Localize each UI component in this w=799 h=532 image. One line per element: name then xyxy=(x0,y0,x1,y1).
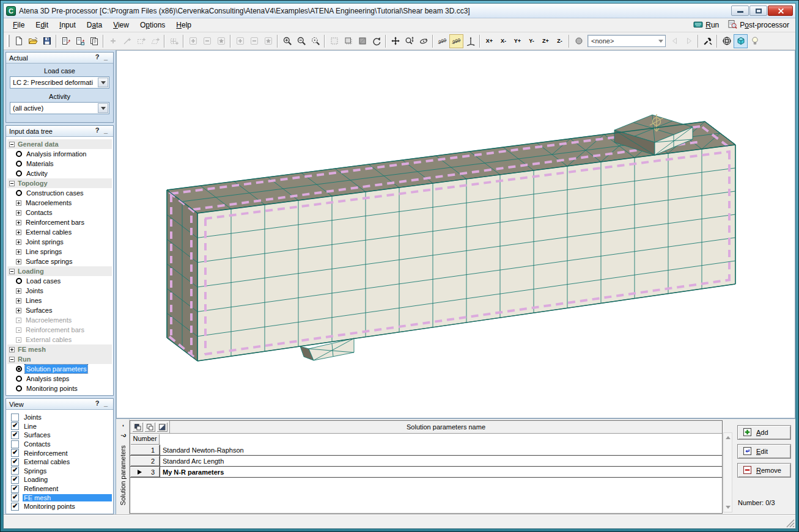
tree-item-surfaces[interactable]: Surfaces xyxy=(7,305,112,315)
view-x-minus-icon[interactable]: X- xyxy=(496,34,510,48)
tree-item-reinforcement-bars[interactable]: Reinforcement bars xyxy=(7,325,112,335)
minimize-button[interactable] xyxy=(731,5,749,16)
row-name-cell[interactable]: Standard Newton-Raphson xyxy=(160,445,722,455)
tree-item-reinforcement-bars[interactable]: Reinforcement bars xyxy=(7,217,112,227)
view-z-minus-icon[interactable]: Z- xyxy=(553,34,567,48)
shear-beam-3d-model[interactable] xyxy=(117,51,795,418)
3d-viewport[interactable] xyxy=(116,50,795,418)
invert-selection-button[interactable] xyxy=(156,422,168,432)
tree-item-activity[interactable]: Activity xyxy=(7,169,112,178)
activity-select[interactable]: (all active) xyxy=(10,102,109,114)
view-checkbox-joints[interactable] xyxy=(11,414,19,421)
activity-select[interactable]: <none> xyxy=(587,35,666,47)
tree-item-materials[interactable]: Materials xyxy=(7,159,112,169)
tree-section-fe-mesh[interactable]: FE mesh xyxy=(7,344,112,354)
new-file-icon[interactable] xyxy=(12,34,26,48)
tree-item-external-cables[interactable]: External cables xyxy=(7,335,112,344)
tree-item-joint-springs[interactable]: Joint springs xyxy=(7,237,112,247)
post-processor-button[interactable]: Post-processor xyxy=(727,20,789,31)
menu-view[interactable]: View xyxy=(108,19,134,31)
view-checkbox-reinforcement[interactable] xyxy=(11,449,19,457)
close-button[interactable] xyxy=(768,5,793,16)
import-data-icon[interactable] xyxy=(59,34,73,48)
tree-collapse-button[interactable]: _ xyxy=(101,127,110,135)
tree-help-button[interactable]: ? xyxy=(93,127,101,135)
tree-section-loading[interactable]: Loading xyxy=(7,266,112,276)
add-button[interactable]: Add xyxy=(737,425,791,440)
row-number-cell[interactable]: 1 xyxy=(130,445,160,455)
number-column-header[interactable]: Number xyxy=(130,434,160,445)
tree-item-lines[interactable]: Lines xyxy=(7,296,112,305)
view-y-plus-icon[interactable]: Y+ xyxy=(510,34,525,48)
tree-section-topology[interactable]: Topology xyxy=(7,178,112,188)
zoom-window-icon[interactable] xyxy=(308,34,322,48)
actual-collapse-button[interactable]: _ xyxy=(101,54,110,62)
copy-picture-icon[interactable] xyxy=(87,34,101,48)
view-z-plus-icon[interactable]: Z+ xyxy=(539,34,553,48)
view-y-minus-icon[interactable]: Y- xyxy=(525,34,539,48)
scroll-down-arrow[interactable] xyxy=(724,504,731,511)
wireframe-mode-icon[interactable] xyxy=(720,34,734,48)
tree-item-external-cables[interactable]: External cables xyxy=(7,227,112,237)
view-collapse-button[interactable]: _ xyxy=(101,400,110,408)
tree-item-macroelements[interactable]: Macroelements xyxy=(7,198,112,208)
run-button[interactable]: Run xyxy=(693,20,719,31)
tree-item-surface-springs[interactable]: Surface springs xyxy=(7,257,112,266)
tree-item-monitoring-points[interactable]: Monitoring points xyxy=(7,384,112,393)
activity-dropdown-arrow[interactable] xyxy=(98,103,108,113)
toolbar-grip[interactable] xyxy=(7,35,10,47)
view-checkbox-monitoring-points[interactable] xyxy=(11,503,19,511)
solid-mode-icon[interactable] xyxy=(734,34,748,48)
view-x-plus-icon[interactable]: X+ xyxy=(482,34,496,48)
view-checkbox-contacts[interactable] xyxy=(11,440,19,448)
surface-outline-icon[interactable] xyxy=(341,34,355,48)
tree-item-analysis-steps[interactable]: Analysis steps xyxy=(7,374,112,384)
scroll-up-arrow[interactable] xyxy=(724,434,731,441)
title-bar[interactable]: C Atena 3D Pre-processor [C:\Program Fil… xyxy=(4,4,795,18)
drawing-settings-icon[interactable] xyxy=(701,34,715,48)
collapse-icon[interactable] xyxy=(9,269,15,274)
remove-button[interactable]: Remove xyxy=(737,463,791,478)
table-row[interactable]: 3My N-R parameters xyxy=(130,467,722,478)
zoom-in-icon[interactable] xyxy=(280,34,294,48)
collapse-icon[interactable] xyxy=(9,181,15,186)
load-case-select[interactable]: LC 2: Prescribed deformati xyxy=(10,76,109,89)
menu-input[interactable]: Input xyxy=(54,19,81,31)
menu-options[interactable]: Options xyxy=(134,19,171,31)
strip-help-button[interactable]: ? xyxy=(119,434,126,437)
export-data-icon[interactable] xyxy=(73,34,87,48)
menu-data[interactable]: Data xyxy=(81,19,108,31)
view-checkbox-loading[interactable] xyxy=(11,476,19,484)
view-help-button[interactable]: ? xyxy=(93,400,101,408)
pan-view-icon[interactable] xyxy=(388,34,402,48)
row-number-cell[interactable]: 2 xyxy=(130,456,160,466)
rotate-view-icon[interactable] xyxy=(416,34,430,48)
tree-item-analysis-information[interactable]: Analysis information xyxy=(7,149,112,159)
row-name-cell[interactable]: Standard Arc Length xyxy=(160,456,722,466)
tree-section-run[interactable]: Run xyxy=(7,354,112,364)
surface-dotted-icon[interactable] xyxy=(327,34,341,48)
tree-item-construction-cases[interactable]: Construction cases xyxy=(7,188,112,198)
table-row[interactable]: 2Standard Arc Length xyxy=(130,456,722,467)
tree-section-general-data[interactable]: General data xyxy=(7,139,112,149)
row-name-cell[interactable]: My N-R parameters xyxy=(160,467,722,477)
select-all-button[interactable] xyxy=(132,422,143,432)
activity-select-arrow[interactable] xyxy=(656,35,665,46)
menu-edit[interactable]: Edit xyxy=(30,19,54,31)
open-file-icon[interactable] xyxy=(26,34,40,48)
view-checkbox-fe-mesh[interactable] xyxy=(11,494,19,501)
collapse-icon[interactable] xyxy=(9,142,15,147)
zoom-dynamic-icon[interactable] xyxy=(402,34,416,48)
edit-button[interactable]: Edit xyxy=(737,444,791,459)
row-number-cell[interactable]: 3 xyxy=(130,467,160,477)
strip-collapse-button[interactable]: - xyxy=(119,425,127,426)
load-case-dropdown-arrow[interactable] xyxy=(98,78,108,87)
entity-numbers-icon[interactable]: 999 xyxy=(435,34,449,48)
menu-file[interactable]: File xyxy=(7,19,30,31)
tree-item-joints[interactable]: Joints xyxy=(7,286,112,296)
tree-item-line-springs[interactable]: Line springs xyxy=(7,247,112,257)
tree-item-macroelements[interactable]: Macroelements xyxy=(7,315,112,325)
save-file-icon[interactable] xyxy=(40,34,54,48)
collapse-icon[interactable] xyxy=(9,357,15,362)
tree-item-load-cases[interactable]: Load cases xyxy=(7,276,112,286)
